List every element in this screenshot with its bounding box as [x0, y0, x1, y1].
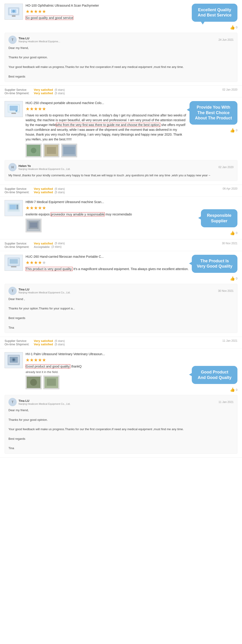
svg-point-31 [13, 359, 15, 361]
shipment-stars-2: (5 stars) [55, 191, 65, 194]
reply-header-5: T Tina LU Nanjing Healicom Medical Equip… [8, 398, 234, 406]
reply-body-1: Dear my friend, Thanks for your good opi… [8, 46, 234, 79]
shipment-satisfied-4: Very satisfied [34, 342, 53, 346]
thumbs-up-icon-5: 👍 [230, 387, 235, 392]
review-text-1: So good quality and good service [25, 16, 189, 20]
avatar-5: T [8, 398, 17, 406]
supplier-info-4: Supplier Service: Very satisfied (5 star… [0, 337, 242, 348]
review-text-4: This product is very good quality. It's … [25, 267, 189, 272]
highlighted-text-1: So good quality and good service [25, 16, 73, 20]
reply-sender-5: Tina LU [18, 399, 70, 402]
svg-rect-26 [11, 266, 16, 267]
supplier-date-4: 11 Jan 2021 [222, 339, 238, 346]
highlighted-text-5: Good product and good quality. [25, 364, 70, 368]
svg-rect-18 [9, 205, 16, 209]
review-text-3: exelente equipos proveedor muy amable y … [25, 212, 198, 217]
stars-1: ★★★★★ [25, 9, 189, 14]
svg-point-3 [12, 10, 15, 12]
reply-date-2: 02 Jan 2020 [219, 166, 234, 169]
highlighted-text-3: proveedor muy amable y responsable [51, 212, 105, 216]
product-title-3: HBW-7 Medical Equipment Ultrasound machi… [25, 200, 198, 204]
supplier-date-2: 06 Apr 2020 [223, 187, 238, 194]
reply-body-4: Dear friend , Thanks for your option.Tha… [8, 297, 234, 330]
product-image-1 [4, 4, 23, 20]
supplier-service-row-2: Supplier Service: Very satisfied (5 star… [4, 187, 65, 190]
svg-rect-19 [16, 205, 18, 209]
shipment-stars-1: (5 stars) [55, 92, 65, 95]
reply-date-1: 24 Jun 2021 [219, 38, 234, 42]
svg-rect-25 [9, 259, 18, 264]
shipment-stars-4: (5 stars) [55, 343, 65, 346]
review-item-4: HUC-260 Hand-carried fibroscan machine P… [0, 251, 242, 337]
thumbs-up-icon-4: 👍 [230, 276, 235, 281]
svg-point-33 [30, 379, 37, 386]
callout-bubble-5: Good Product And Good Qualty [192, 366, 238, 384]
shipment-satisfied-2: Very satisfied [34, 190, 53, 194]
thumbs-up-icon-3: 👍 [230, 230, 235, 236]
avatar-4: T [8, 287, 17, 295]
reply-date-4: 30 Nov 2021 [218, 289, 234, 292]
product-title-4: HUC-260 Hand-carried fibroscan machine P… [25, 255, 189, 258]
reply-sender-4: Tina LU [18, 288, 70, 291]
supplier-shipment-label-1: On-time Shipment: [4, 92, 32, 95]
review-image-3a [25, 219, 42, 232]
service-stars-4: (5 stars) [55, 340, 65, 342]
review-image-2b [43, 144, 59, 157]
svg-rect-35 [47, 378, 56, 386]
reply-sender-2: Helen Ye [18, 164, 70, 168]
review-image-2c [61, 144, 77, 157]
review-text-2: I have no words to express the emotion t… [25, 113, 187, 142]
highlighted-text-4: This product is very good quality. [25, 267, 73, 271]
review-images-2 [25, 144, 187, 157]
reply-box-1: T Tina LU Nanjing Healicom Medical Equip… [4, 33, 238, 82]
callout-bubble-3: Responsible Supplier [201, 209, 238, 227]
review-images-5 [25, 376, 189, 389]
supplier-date-1: 02 Jan 2020 [222, 88, 238, 95]
review-text-5: Good product and good quality. thankQ [25, 364, 189, 369]
like-button-2[interactable]: 👍 0 [230, 128, 238, 133]
service-stars-3: (5 stars) [55, 242, 65, 245]
product-info-5: HV-1 Palm Ultrasound Veterinary Veterina… [25, 352, 189, 389]
shipment-satisfied-1: Very satisfied [34, 92, 53, 95]
svg-point-9 [15, 110, 17, 112]
reply-body-2: My friend ,thanks for your kindly commen… [8, 173, 234, 178]
product-title-5: HV-1 Palm Ultrasound Veterinary Veterina… [25, 352, 189, 356]
svg-rect-4 [12, 15, 15, 17]
svg-rect-15 [63, 146, 75, 154]
svg-rect-7 [9, 106, 18, 111]
product-info-1: HO-100 Ophthalmic Ultrasound A Scan Pach… [25, 4, 189, 20]
product-info-3: HBW-7 Medical Equipment Ultrasound machi… [25, 200, 198, 232]
stars-2: ★★★★★ [25, 106, 187, 112]
like-button-1[interactable]: 👍 0 [230, 25, 238, 30]
like-button-5[interactable]: 👍 0 [230, 387, 238, 392]
reply-box-5: T Tina LU Nanjing Healicom Medical Equip… [4, 395, 238, 454]
product-image-4 [4, 255, 23, 271]
supplier-shipment-row-3: On-time Shipment: Acceptable (3 stars) [4, 245, 65, 248]
avatar-2: H [8, 163, 17, 171]
like-button-3[interactable]: 👍 0 [230, 230, 238, 236]
svg-rect-22 [30, 222, 37, 228]
review-item-5: HV-1 Palm Ultrasound Veterinary Veterina… [0, 348, 242, 458]
supplier-shipment-row-4: On-time Shipment: Very satisfied (5 star… [4, 342, 65, 346]
highlighted-text-2: who from the very first was there to gui… [56, 123, 160, 127]
product-image-5 [4, 352, 23, 368]
stars-3: ★★★★★ [25, 205, 198, 211]
supplier-info-1: Supplier Service: Very satisfied (5 star… [0, 86, 242, 98]
supplier-shipment-row-1: On-time Shipment: Very satisfied (5 star… [4, 92, 65, 95]
supplier-date-3: 30 Nov 2021 [222, 242, 238, 248]
reply-date-5: 11 Jan 2021 [219, 400, 234, 404]
shipment-stars-3: (3 stars) [51, 245, 61, 248]
review-image-2a [25, 144, 42, 157]
supplier-service-label-1: Supplier Service: [4, 88, 32, 92]
service-satisfied-2: Very satisfied [34, 187, 53, 190]
review-image-5b [43, 376, 59, 389]
supplier-info-2: Supplier Service: Very satisfied (5 star… [0, 185, 242, 196]
product-info-4: HUC-260 Hand-carried fibroscan machine P… [25, 255, 189, 272]
reply-company-2: Nanjing Healicom Medical Equipment Co., … [18, 168, 70, 170]
callout-bubble-4: The Product Is Very Good Quality [192, 255, 238, 273]
like-button-4[interactable]: 👍 0 [230, 276, 238, 281]
callout-bubble-2: Provide You With The Best Choice About T… [190, 101, 238, 124]
stars-4: ★★★★★ [25, 260, 189, 265]
supplier-service-row-3: Supplier Service: Very satisfied (5 star… [4, 242, 65, 245]
product-info-2: HUC-250 cheapest portable ultrasound mac… [25, 101, 187, 157]
